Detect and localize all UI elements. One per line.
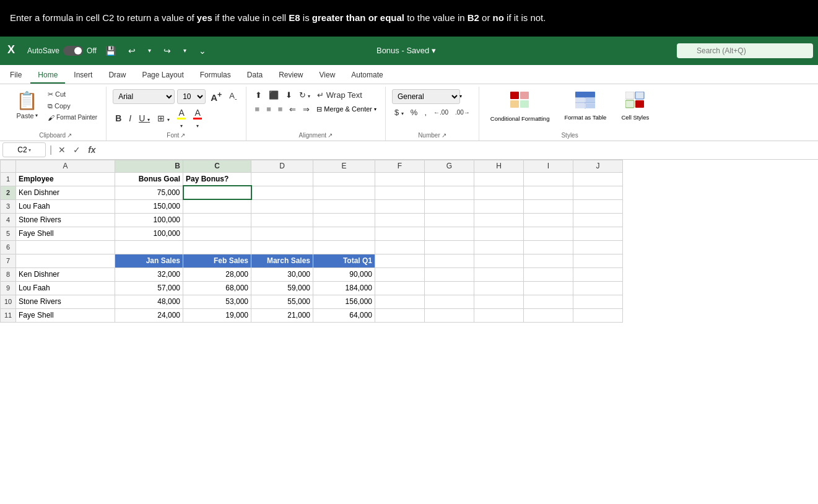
cell-B4[interactable]: 100,000 xyxy=(115,213,183,227)
cell-D6[interactable] xyxy=(251,240,313,254)
cell-G4[interactable] xyxy=(425,213,474,227)
col-header-B[interactable]: B xyxy=(115,160,183,172)
cell-B10[interactable]: 48,000 xyxy=(115,295,183,308)
cell-I11[interactable] xyxy=(524,308,573,322)
cell-A8[interactable]: Ken Dishner xyxy=(16,267,115,281)
conditional-formatting-button[interactable]: Conditional Formatting xyxy=(485,89,555,124)
cell-B2[interactable]: 75,000 xyxy=(115,186,183,199)
cell-D5[interactable] xyxy=(251,227,313,240)
formula-fx-button[interactable]: fx xyxy=(85,144,98,156)
cell-E6[interactable] xyxy=(313,240,375,254)
cell-reference-box[interactable]: C2 ▾ xyxy=(2,142,46,157)
increase-indent-button[interactable]: ⇒ xyxy=(300,103,312,115)
cell-I2[interactable] xyxy=(524,186,573,199)
cell-E4[interactable] xyxy=(313,213,375,227)
cell-B11[interactable]: 24,000 xyxy=(115,308,183,322)
number-expand-icon[interactable]: ↗ xyxy=(442,132,446,139)
cell-A6[interactable] xyxy=(16,240,115,254)
cell-B5[interactable]: 100,000 xyxy=(115,227,183,240)
cell-F4[interactable] xyxy=(375,213,425,227)
align-left-button[interactable]: ≡ xyxy=(253,103,263,115)
font-expand-icon[interactable]: ↗ xyxy=(180,132,185,139)
cell-D2[interactable] xyxy=(251,186,313,199)
cell-H1[interactable] xyxy=(474,172,524,186)
cell-H9[interactable] xyxy=(474,281,524,295)
cell-A11[interactable]: Faye Shell xyxy=(16,308,115,322)
cell-C6[interactable] xyxy=(183,240,251,254)
font-size-select[interactable]: 8 9 10 11 12 14 xyxy=(177,89,206,104)
cell-H8[interactable] xyxy=(474,267,524,281)
cell-D8[interactable]: 30,000 xyxy=(251,267,313,281)
cell-A2[interactable]: Ken Dishner xyxy=(16,186,115,199)
cell-J1[interactable] xyxy=(573,172,623,186)
cell-J9[interactable] xyxy=(573,281,623,295)
orientation-button[interactable]: ↻ ▾ xyxy=(297,89,313,101)
percent-button[interactable]: % xyxy=(408,106,420,118)
menu-automate[interactable]: Automate xyxy=(344,67,390,84)
cell-styles-button[interactable]: Cell Styles xyxy=(616,89,654,123)
cell-F11[interactable] xyxy=(375,308,425,322)
col-header-A[interactable]: A xyxy=(16,160,115,172)
cell-I5[interactable] xyxy=(524,227,573,240)
fill-color-button[interactable]: A ▾ xyxy=(175,106,188,131)
comma-button[interactable]: , xyxy=(422,106,429,118)
cell-I9[interactable] xyxy=(524,281,573,295)
cell-E8[interactable]: 90,000 xyxy=(313,267,375,281)
cell-G6[interactable] xyxy=(425,240,474,254)
col-header-C[interactable]: C xyxy=(183,160,251,172)
cell-J5[interactable] xyxy=(573,227,623,240)
cell-B6[interactable] xyxy=(115,240,183,254)
alignment-expand-icon[interactable]: ↗ xyxy=(328,132,333,139)
cell-J3[interactable] xyxy=(573,199,623,213)
cell-I10[interactable] xyxy=(524,295,573,308)
clipboard-expand-icon[interactable]: ↗ xyxy=(67,132,72,139)
cell-F10[interactable] xyxy=(375,295,425,308)
copy-button[interactable]: ⧉ Copy xyxy=(45,101,100,111)
cell-E9[interactable]: 184,000 xyxy=(313,281,375,295)
cell-E10[interactable]: 156,000 xyxy=(313,295,375,308)
align-bottom-button[interactable]: ⬇ xyxy=(283,89,295,101)
cell-E3[interactable] xyxy=(313,199,375,213)
italic-button[interactable]: I xyxy=(126,112,134,124)
cell-E1[interactable] xyxy=(313,172,375,186)
cell-G10[interactable] xyxy=(425,295,474,308)
cell-F3[interactable] xyxy=(375,199,425,213)
format-as-table-button[interactable]: Format as Table xyxy=(559,89,611,123)
align-right-button[interactable]: ≡ xyxy=(276,103,285,115)
cell-C1[interactable]: Pay Bonus? xyxy=(183,172,251,186)
col-header-I[interactable]: I xyxy=(524,160,573,172)
align-center-button[interactable]: ≡ xyxy=(264,103,274,115)
wrap-text-button[interactable]: ↵ Wrap Text xyxy=(315,89,365,101)
cell-J8[interactable] xyxy=(573,267,623,281)
cell-G11[interactable] xyxy=(425,308,474,322)
col-header-E[interactable]: E xyxy=(313,160,375,172)
align-top-button[interactable]: ⬆ xyxy=(253,89,264,101)
cell-J10[interactable] xyxy=(573,295,623,308)
cell-A5[interactable]: Faye Shell xyxy=(16,227,115,240)
cell-D11[interactable]: 21,000 xyxy=(251,308,313,322)
cell-A1[interactable]: Employee xyxy=(16,172,115,186)
cell-E2[interactable] xyxy=(313,186,375,199)
cell-F1[interactable] xyxy=(375,172,425,186)
underline-button[interactable]: U ▾ xyxy=(136,112,152,124)
cell-E11[interactable]: 64,000 xyxy=(313,308,375,322)
cell-J6[interactable] xyxy=(573,240,623,254)
cell-C4[interactable] xyxy=(183,213,251,227)
cell-D1[interactable] xyxy=(251,172,313,186)
cell-F5[interactable] xyxy=(375,227,425,240)
cell-F2[interactable] xyxy=(375,186,425,199)
cell-I8[interactable] xyxy=(524,267,573,281)
cell-D10[interactable]: 55,000 xyxy=(251,295,313,308)
formula-confirm-button[interactable]: ✓ xyxy=(71,144,83,156)
cell-B3[interactable]: 150,000 xyxy=(115,199,183,213)
dollar-button[interactable]: $ ▾ xyxy=(392,106,406,118)
cell-D3[interactable] xyxy=(251,199,313,213)
menu-page-layout[interactable]: Page Layout xyxy=(134,67,191,84)
cell-H11[interactable] xyxy=(474,308,524,322)
cell-I6[interactable] xyxy=(524,240,573,254)
cell-D9[interactable]: 59,000 xyxy=(251,281,313,295)
merge-center-button[interactable]: ⊟ Merge & Center ▾ xyxy=(314,104,379,115)
cell-G8[interactable] xyxy=(425,267,474,281)
cell-G2[interactable] xyxy=(425,186,474,199)
cell-B1[interactable]: Bonus Goal xyxy=(115,172,183,186)
